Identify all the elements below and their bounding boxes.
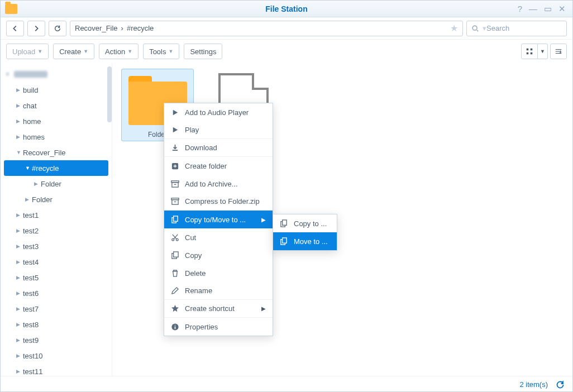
- svg-rect-15: [174, 251, 178, 256]
- upload-button[interactable]: Upload▼: [6, 44, 49, 59]
- tree-item[interactable]: ▶ test1: [1, 207, 112, 223]
- menu-item[interactable]: Compress to Folder.zip: [164, 193, 273, 211]
- menu-item[interactable]: Cut: [164, 228, 273, 246]
- navbar: Recover_File › #recycle ★ ▾ Search: [1, 17, 572, 40]
- menu-item[interactable]: Create shortcut▶: [164, 300, 273, 318]
- submenu-item[interactable]: Copy to ...: [273, 214, 337, 232]
- tree-item[interactable]: ▶ homes: [1, 129, 112, 145]
- menu-item[interactable]: Delete: [164, 264, 273, 282]
- tree-item[interactable]: ▶ test9: [1, 332, 112, 348]
- svg-rect-9: [171, 198, 179, 200]
- sidebar: ▼ ▶ build▶ chat▶ home▶ homes▼ Recover_Fi…: [1, 63, 112, 376]
- minimize-icon[interactable]: —: [529, 4, 537, 14]
- titlebar: File Station ? — ▭ ✕: [1, 1, 572, 17]
- breadcrumb-segment[interactable]: Recover_File: [75, 24, 118, 32]
- tree-item[interactable]: ▶ Folder: [1, 192, 112, 207]
- menu-item[interactable]: Create folder: [164, 157, 273, 175]
- svg-rect-1: [527, 49, 529, 51]
- svg-point-0: [472, 26, 477, 30]
- tree-item[interactable]: ▶ test2: [1, 223, 112, 238]
- window-title: File Station: [265, 4, 307, 13]
- tree-item[interactable]: ▶ test6: [1, 285, 112, 301]
- item-count: 2 item(s): [519, 380, 548, 389]
- submenu: Copy to ...Move to ...: [273, 214, 337, 251]
- menu-item[interactable]: Copy: [164, 246, 273, 264]
- menu-item[interactable]: Copy to/Move to ...▶: [164, 211, 273, 228]
- tree-item[interactable]: ▶ test4: [1, 254, 112, 270]
- help-icon[interactable]: ?: [518, 4, 522, 14]
- toolbar: Upload▼ Create▼ Action▼ Tools▼ Settings …: [1, 40, 572, 63]
- create-button[interactable]: Create▼: [53, 44, 94, 59]
- menu-item[interactable]: Play: [164, 121, 273, 139]
- menu-item[interactable]: Add to Audio Player: [164, 103, 273, 121]
- menu-item[interactable]: Add to Archive...: [164, 175, 273, 193]
- app-icon: [5, 4, 17, 14]
- view-dropdown-button[interactable]: ▼: [538, 44, 548, 59]
- tree-item[interactable]: ▶ test3: [1, 238, 112, 254]
- action-button[interactable]: Action▼: [99, 44, 139, 59]
- menu-item[interactable]: Rename: [164, 282, 273, 300]
- tree-item[interactable]: ▶ test10: [1, 348, 112, 364]
- star-icon[interactable]: ★: [450, 23, 458, 34]
- settings-button[interactable]: Settings: [184, 44, 222, 59]
- chevron-right-icon: ›: [121, 24, 123, 32]
- svg-rect-20: [283, 237, 287, 242]
- tree-item[interactable]: ▶ test8: [1, 317, 112, 332]
- svg-rect-18: [283, 219, 287, 224]
- tree-item[interactable]: ▶ home: [1, 113, 112, 129]
- svg-rect-11: [174, 216, 178, 221]
- tree-item[interactable]: ▶ chat: [1, 98, 112, 113]
- tree-item[interactable]: ▼ #recycle: [4, 160, 108, 176]
- tree-item[interactable]: ▶ test7: [1, 301, 112, 317]
- menu-item[interactable]: Download: [164, 139, 273, 157]
- refresh-button[interactable]: [49, 21, 66, 36]
- svg-rect-2: [531, 49, 533, 51]
- tree-item[interactable]: ▶ build: [1, 82, 112, 98]
- view-grid-button[interactable]: [521, 44, 538, 59]
- tree-item[interactable]: ▼ Recover_File: [1, 145, 112, 160]
- context-menu: Add to Audio PlayerPlayDownloadCreate fo…: [164, 103, 273, 336]
- menu-item[interactable]: Properties: [164, 318, 273, 336]
- svg-rect-7: [171, 180, 179, 182]
- forward-button[interactable]: [27, 21, 45, 36]
- back-button[interactable]: [6, 21, 24, 36]
- tools-button[interactable]: Tools▼: [143, 44, 179, 59]
- tree-item[interactable]: ▶ Folder: [1, 176, 112, 192]
- submenu-item[interactable]: Move to ...: [273, 232, 337, 250]
- tree-item[interactable]: ▶ test5: [1, 270, 112, 285]
- search-input[interactable]: ▾ Search: [466, 21, 567, 36]
- maximize-icon[interactable]: ▭: [544, 4, 552, 14]
- breadcrumb-segment[interactable]: #recycle: [127, 24, 154, 32]
- tree-root[interactable]: ▼: [1, 66, 112, 82]
- refresh-icon[interactable]: [556, 380, 565, 389]
- sort-button[interactable]: [550, 44, 567, 59]
- search-icon: [471, 25, 479, 32]
- svg-rect-3: [527, 52, 529, 55]
- svg-rect-4: [531, 52, 533, 55]
- close-icon[interactable]: ✕: [558, 4, 566, 14]
- tree-item[interactable]: ▶ test11: [1, 364, 112, 376]
- statusbar: 2 item(s): [1, 376, 572, 392]
- breadcrumb[interactable]: Recover_File › #recycle ★: [70, 21, 463, 36]
